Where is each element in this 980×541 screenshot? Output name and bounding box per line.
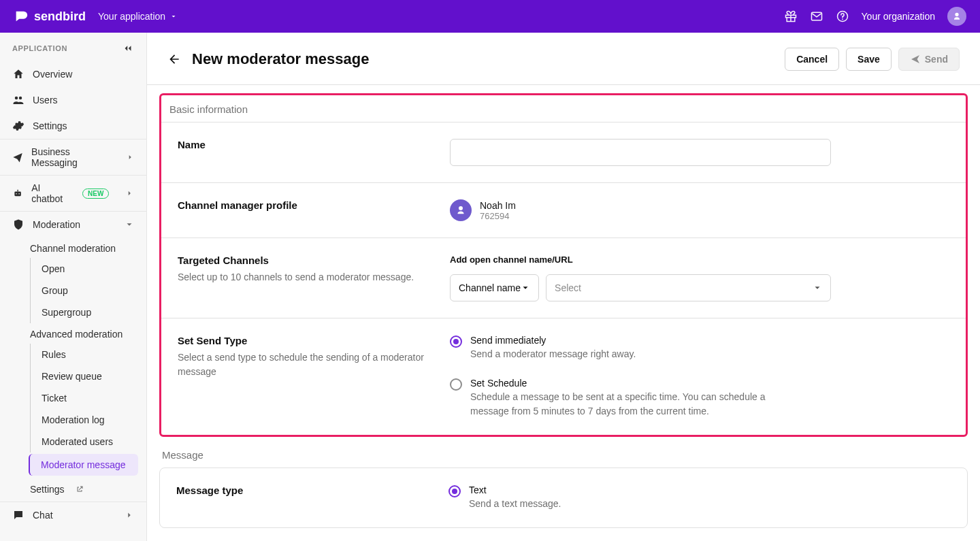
radio-description: Send a text message. xyxy=(469,497,561,511)
shield-icon xyxy=(12,218,24,231)
sidebar-item-ai-chatbot[interactable]: AI chatbot NEW xyxy=(0,176,146,211)
external-link-icon xyxy=(76,485,84,493)
sidebar-item-moderator-message[interactable]: Moderator message xyxy=(29,454,138,476)
application-picker[interactable]: Your application xyxy=(98,11,178,22)
sidebar-nav: Overview Users Settings Business Messagi… xyxy=(0,61,146,528)
sidebar-item-label: Business Messaging xyxy=(31,146,109,168)
button-label: Cancel xyxy=(796,54,828,65)
svg-rect-3 xyxy=(14,191,20,196)
avatar-icon xyxy=(450,199,472,221)
chevron-right-icon xyxy=(125,188,134,198)
field-label-targeted: Targeted Channels xyxy=(178,255,434,266)
manager-profile: Noah Im 762594 xyxy=(450,199,831,221)
sidebar-subgroup-advanced-moderation[interactable]: Advanced moderation xyxy=(0,323,146,344)
name-input[interactable] xyxy=(450,139,831,166)
section-title-message: Message xyxy=(162,449,968,461)
robot-icon xyxy=(12,187,23,199)
page-header: New moderator message Cancel Save Send xyxy=(147,33,980,85)
field-desc-targeted: Select up to 10 channels to send a moder… xyxy=(178,270,434,284)
radio-send-immediately[interactable]: Send immediately Send a moderator messag… xyxy=(450,335,777,361)
chevron-down-icon xyxy=(521,283,530,293)
select-placeholder: Select xyxy=(555,282,581,293)
sidebar-item-label: Chat xyxy=(33,510,53,521)
radio-description: Send a moderator message right away. xyxy=(470,347,636,361)
field-label-name: Name xyxy=(178,139,434,150)
sidebar-item-label: AI chatbot xyxy=(31,182,70,204)
svg-point-4 xyxy=(16,193,17,195)
send-button[interactable]: Send xyxy=(898,48,960,71)
application-picker-label: Your application xyxy=(98,11,165,22)
sidebar-item-chat[interactable]: Chat xyxy=(0,502,146,528)
chevron-down-icon xyxy=(813,283,822,293)
radio-label: Text xyxy=(469,485,561,495)
sendbird-mark-icon xyxy=(14,9,29,24)
button-label: Send xyxy=(925,54,948,65)
mail-icon[interactable] xyxy=(810,10,823,23)
brand-name: sendbird xyxy=(34,10,86,24)
sidebar-subgroup-channel-moderation[interactable]: Channel moderation xyxy=(0,237,146,258)
chevron-right-icon xyxy=(126,152,134,162)
select-value: Channel name xyxy=(459,282,521,293)
field-label-message-type: Message type xyxy=(176,485,432,496)
sidebar-item-supergroup[interactable]: Supergroup xyxy=(30,301,146,323)
targeted-right-title: Add open channel name/URL xyxy=(450,255,831,265)
button-label: Save xyxy=(858,54,880,65)
back-button[interactable] xyxy=(167,52,181,66)
sidebar-item-moderation[interactable]: Moderation xyxy=(0,212,146,237)
sidebar-item-moderated-users[interactable]: Moderated users xyxy=(30,431,146,453)
sidebar-item-label: Settings xyxy=(33,120,67,131)
chat-icon xyxy=(12,509,24,521)
sidebar-item-overview[interactable]: Overview xyxy=(0,61,146,87)
field-label-send-type: Set Send Type xyxy=(178,335,434,346)
sidebar-item-moderation-log[interactable]: Moderation log xyxy=(30,409,146,431)
brand-logo[interactable]: sendbird xyxy=(14,9,86,24)
organization-label[interactable]: Your organization xyxy=(862,11,935,22)
sidebar-item-label: Users xyxy=(33,95,58,105)
row-name: Name xyxy=(161,122,966,183)
channel-select-combobox[interactable]: Select xyxy=(546,274,831,301)
sidebar-item-business-messaging[interactable]: Business Messaging xyxy=(0,140,146,175)
sidebar-item-review-queue[interactable]: Review queue xyxy=(30,365,146,387)
radio-message-text[interactable]: Text Send a text message. xyxy=(448,485,830,511)
chevron-down-icon xyxy=(169,12,178,20)
save-button[interactable]: Save xyxy=(846,48,892,71)
field-label-manager: Channel manager profile xyxy=(178,199,434,211)
sidebar-item-open[interactable]: Open xyxy=(30,258,146,280)
radio-input[interactable] xyxy=(450,335,462,348)
svg-point-2 xyxy=(842,18,843,20)
radio-label: Set Schedule xyxy=(470,378,777,389)
chevron-right-icon xyxy=(125,510,134,520)
radio-set-schedule[interactable]: Set Schedule Schedule a message to be se… xyxy=(450,378,777,419)
channel-type-select[interactable]: Channel name xyxy=(450,274,539,301)
sidebar-item-label: Moderation xyxy=(33,219,80,230)
sidebar-item-ticket[interactable]: Ticket xyxy=(30,387,146,409)
svg-point-5 xyxy=(18,193,20,195)
radio-input[interactable] xyxy=(450,378,462,391)
manager-name: Noah Im xyxy=(480,200,516,211)
gear-icon xyxy=(12,120,24,132)
row-send-type: Set Send Type Select a send type to sche… xyxy=(161,318,966,435)
collapse-sidebar-button[interactable] xyxy=(122,42,134,54)
sidebar-item-group[interactable]: Group xyxy=(30,280,146,301)
chevron-down-icon xyxy=(125,220,134,229)
users-icon xyxy=(12,94,24,106)
help-icon[interactable] xyxy=(836,10,849,23)
sidebar-section-label: APPLICATION xyxy=(12,44,67,52)
sidebar-item-rules[interactable]: Rules xyxy=(30,344,146,365)
cancel-button[interactable]: Cancel xyxy=(785,48,839,71)
radio-description: Schedule a message to be sent at a speci… xyxy=(470,390,777,419)
sidebar-item-users[interactable]: Users xyxy=(0,87,146,113)
sidebar: APPLICATION Overview Users Settings xyxy=(0,33,147,541)
radio-label: Send immediately xyxy=(470,335,636,346)
sidebar-item-settings[interactable]: Settings xyxy=(0,113,146,139)
sidebar-item-label: Settings xyxy=(30,484,65,495)
home-icon xyxy=(12,68,24,80)
send-icon xyxy=(910,54,921,65)
gift-icon[interactable] xyxy=(784,10,798,23)
message-card: Message type Text Send a text message. xyxy=(159,468,968,528)
field-desc-send-type: Select a send type to schedule the sendi… xyxy=(178,350,434,379)
sidebar-item-moderation-settings[interactable]: Settings xyxy=(0,477,146,502)
user-avatar[interactable] xyxy=(947,7,966,26)
paper-plane-icon xyxy=(12,151,23,163)
radio-input[interactable] xyxy=(448,485,461,497)
